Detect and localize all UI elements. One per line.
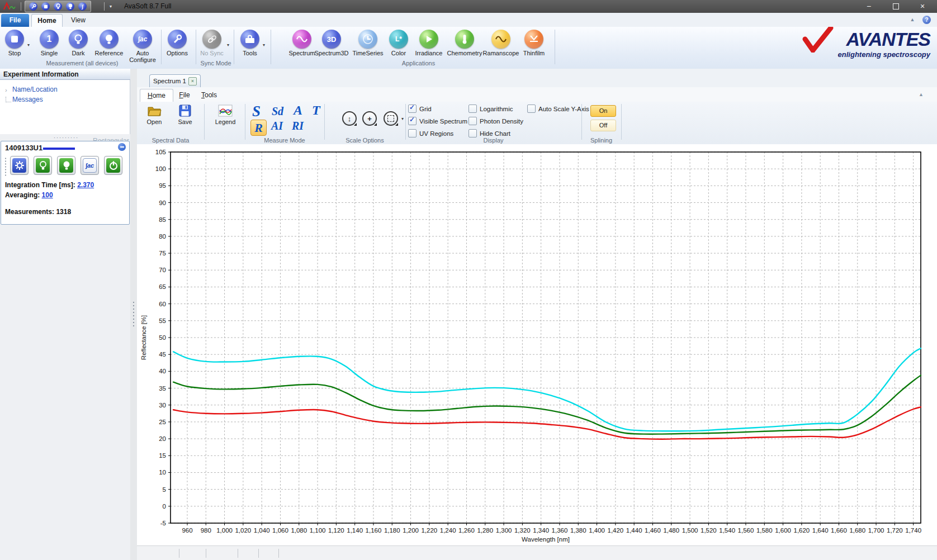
integration-time-value[interactable]: 2.370: [77, 181, 94, 189]
stop-button[interactable]: Stop: [3, 30, 26, 56]
qat-customize-icon[interactable]: ▾: [110, 2, 112, 11]
device-dark-button[interactable]: [57, 156, 75, 175]
help-icon[interactable]: ?: [922, 16, 931, 24]
qat-options-icon[interactable]: [29, 2, 37, 11]
auto-configure-icon: ∫ac: [133, 30, 152, 49]
group-label-applications: Applications: [282, 60, 555, 67]
measure-mode-s[interactable]: S: [252, 103, 261, 120]
checkbox-label: Hide Chart: [480, 130, 510, 137]
no-sync-button[interactable]: No Sync: [198, 30, 226, 56]
app-thinfilm-button[interactable]: Thinfilm: [519, 30, 548, 56]
measure-mode-sd[interactable]: Sd: [272, 105, 283, 118]
restore-button[interactable]: [883, 0, 908, 12]
qat-auto-configure-icon[interactable]: ∫: [78, 2, 87, 11]
stop-dropdown-icon[interactable]: ▾: [27, 42, 30, 48]
tools-button[interactable]: Tools: [237, 30, 263, 56]
tab-view[interactable]: View: [65, 14, 92, 27]
tab-file[interactable]: File: [1, 14, 29, 27]
device-power-button[interactable]: [104, 156, 122, 175]
checkbox-box[interactable]: [468, 129, 477, 137]
zoom-dropdown-icon[interactable]: ▾: [401, 116, 404, 121]
expander-icon[interactable]: ›: [5, 87, 7, 93]
display-checkbox-column-1: GridVisible SpectrumUV Regions: [408, 104, 467, 141]
sync-dropdown-icon[interactable]: ▾: [227, 42, 229, 48]
minimize-button[interactable]: −: [856, 0, 881, 12]
checkbox-visible-spectrum[interactable]: Visible Spectrum: [408, 116, 467, 126]
zoom-in-icon[interactable]: +: [362, 111, 377, 126]
tools-dropdown-icon[interactable]: ▾: [263, 42, 265, 48]
panel-drag-grip[interactable]: ·········: [54, 136, 79, 139]
chart-svg[interactable]: 9609801,0001,0201,0401,0601,0801,1001,12…: [137, 144, 937, 545]
bulb-filled-icon: [59, 158, 73, 173]
save-button[interactable]: Save: [172, 105, 198, 125]
collapse-panel-icon[interactable]: [118, 143, 126, 151]
tree-item-name-location[interactable]: Name/Location: [12, 86, 58, 93]
app-color-button[interactable]: L* Color: [386, 30, 411, 56]
spectrum-tab-tools[interactable]: Tools: [197, 89, 221, 102]
close-button[interactable]: ×: [910, 0, 935, 12]
svg-text:1,060: 1,060: [272, 527, 288, 534]
checkbox-auto-scale-y-axis[interactable]: Auto Scale Y-Axis: [527, 104, 589, 113]
qat-reference-icon[interactable]: [66, 2, 74, 11]
app-chemometry-button[interactable]: Chemometry: [447, 30, 482, 56]
svg-text:30: 30: [159, 402, 166, 409]
device-reference-button[interactable]: [34, 156, 52, 175]
single-button[interactable]: 1 Single: [37, 30, 61, 56]
device-panel: 1409133U1 ∫ac: [1, 141, 130, 225]
panel-collapse-icon[interactable]: ▲: [919, 92, 924, 97]
splining-on-button[interactable]: On: [590, 105, 616, 117]
measurements-value: 1318: [56, 208, 71, 216]
reference-button[interactable]: Reference: [93, 30, 125, 56]
app-timeseries-button[interactable]: TimeSeries: [350, 30, 386, 56]
checkbox-photon-density[interactable]: Photon Density: [468, 116, 523, 126]
svg-text:1,560: 1,560: [738, 527, 754, 534]
checkbox-grid[interactable]: Grid: [408, 104, 467, 113]
measure-mode-a[interactable]: A: [294, 103, 302, 118]
checkbox-logarithmic[interactable]: Logarithmic: [468, 104, 523, 113]
splining-off-button[interactable]: Off: [590, 120, 616, 131]
checkbox-box[interactable]: [408, 105, 417, 113]
measure-mode-ri[interactable]: RI: [292, 120, 304, 132]
measure-mode-t[interactable]: T: [312, 103, 320, 118]
auto-configure-button[interactable]: ∫ac Auto Configure: [126, 30, 159, 63]
ribbon-collapse-icon[interactable]: ▲: [908, 17, 917, 23]
checkbox-box[interactable]: [408, 129, 417, 137]
device-panel-grip[interactable]: [4, 157, 7, 176]
tree-item-messages[interactable]: Messages: [12, 96, 43, 103]
svg-text:1,640: 1,640: [812, 527, 829, 534]
zoom-vertical-icon[interactable]: ↕: [342, 111, 357, 126]
device-settings-button[interactable]: [10, 156, 29, 175]
app-ramanscope-button[interactable]: Ramanscope: [482, 30, 519, 56]
zoom-box-icon[interactable]: [384, 111, 398, 126]
legend-button[interactable]: Legend: [209, 105, 242, 125]
app-irradiance-button[interactable]: Irradiance: [411, 30, 446, 56]
group-label-sync-mode: Sync Mode: [192, 60, 239, 67]
averaging-value[interactable]: 100: [42, 191, 53, 199]
options-button[interactable]: Options: [163, 30, 191, 56]
app-spectrum3d-button[interactable]: 3D Spectrum3D: [313, 30, 350, 56]
checkbox-box[interactable]: [527, 105, 536, 113]
checkbox-label: Logarithmic: [480, 106, 513, 112]
spectrum-tab-home[interactable]: Home: [140, 89, 173, 102]
open-button[interactable]: Open: [140, 105, 168, 125]
measure-mode-ai[interactable]: AI: [271, 120, 283, 132]
qat-dark-icon[interactable]: [54, 2, 62, 11]
tab-spectrum-1[interactable]: Spectrum 1 ×: [149, 74, 201, 87]
group-label-spectral-data: Spectral Data: [137, 137, 204, 144]
checkbox-box[interactable]: [468, 117, 477, 125]
spectrum-chart[interactable]: 9609801,0001,0201,0401,0601,0801,1001,12…: [137, 144, 937, 545]
spectrum-tab-file[interactable]: File: [174, 89, 195, 102]
svg-text:Wavelength [nm]: Wavelength [nm]: [522, 536, 570, 543]
checkbox-box[interactable]: [408, 117, 417, 125]
qat-stop-icon[interactable]: [41, 2, 50, 11]
device-auto-configure-button[interactable]: ∫ac: [81, 156, 99, 175]
tab-home[interactable]: Home: [31, 14, 63, 27]
checkbox-box[interactable]: [468, 105, 477, 113]
tab-close-icon[interactable]: ×: [188, 77, 197, 86]
splitter-grip[interactable]: [132, 301, 135, 328]
svg-text:1,480: 1,480: [663, 527, 679, 534]
measure-mode-r-selected[interactable]: R: [250, 120, 267, 136]
experiment-info-header: Experiment Information: [0, 69, 130, 80]
dark-button[interactable]: Dark: [66, 30, 91, 56]
svg-text:1,380: 1,380: [570, 527, 586, 534]
